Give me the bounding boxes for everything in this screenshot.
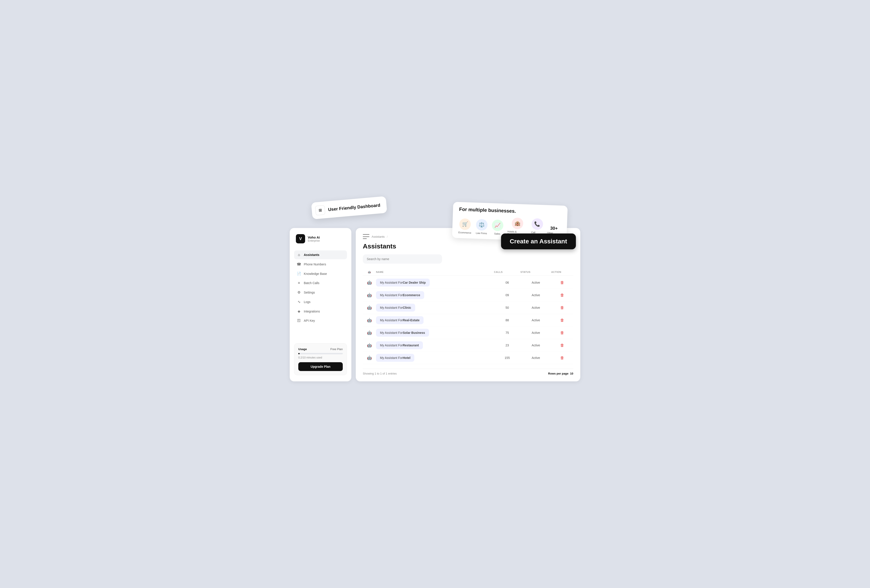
brand-name: Voho Ai	[308, 235, 320, 239]
col-header-calls: Calls	[494, 271, 520, 274]
ecommerce-icon: 🛒	[459, 218, 471, 230]
row-action-2: 🗑	[551, 293, 573, 298]
row-name-1[interactable]: My Assistant For Car Dealer Ship	[376, 278, 430, 287]
row-status-3: Active	[520, 306, 551, 310]
row-calls-6: 23	[494, 344, 520, 347]
row-status-6: Active	[520, 344, 551, 347]
rows-per-page-label: Rows per page	[548, 372, 568, 375]
row-name-bold-7: Hotel	[403, 356, 410, 360]
row-name-prefix-2: My Assistant For	[380, 293, 403, 297]
upgrade-plan-button[interactable]: Upgrade Plan	[298, 362, 343, 371]
phone-icon: ☎	[297, 262, 301, 266]
sidebar-item-settings[interactable]: ⚙ Settings	[294, 288, 347, 297]
sidebar-item-knowledge-base[interactable]: 📄 Knowledge Base	[294, 269, 347, 278]
row-action-3: 🗑	[551, 305, 573, 310]
document-icon: 📄	[297, 272, 301, 276]
ecommerce-label: Ecommerce	[458, 231, 471, 234]
row-name-prefix-7: My Assistant For	[380, 356, 403, 360]
table-row: 🤖 My Assistant For Solar Business 75 Act…	[363, 327, 573, 339]
row-icon-7: 🤖	[363, 356, 376, 360]
logs-icon: ∿	[297, 300, 301, 304]
hotels-icon: 🏨	[511, 217, 523, 229]
float-dashboard-card: ⊞ User Friendly Dashboard	[311, 196, 387, 219]
table-footer-text: Showing 1 to 1 of 1 entries	[363, 372, 397, 375]
row-name-bold-1: Car Dealer Ship	[403, 281, 426, 284]
row-name-6[interactable]: My Assistant For Restaurant	[376, 341, 423, 349]
col-header-action: Action	[551, 271, 573, 274]
delete-button-7[interactable]: 🗑	[560, 356, 564, 360]
brand-text: Voho Ai Enterprise	[308, 235, 320, 242]
sidebar-item-phone-numbers[interactable]: ☎ Phone Numbers	[294, 260, 347, 269]
toggle-line-2	[363, 236, 369, 237]
create-assistant-button[interactable]: Create an Assistant	[501, 234, 576, 249]
table-row: 🤖 My Assistant For Restaurant 23 Active …	[363, 339, 573, 352]
row-calls-1: 06	[494, 281, 520, 284]
list-icon: ≡	[297, 281, 301, 285]
delete-button-1[interactable]: 🗑	[560, 280, 564, 285]
usage-text: 0.2/10 minutes used	[298, 356, 343, 359]
brand-section: V Voho Ai Enterprise	[294, 234, 347, 243]
col-header-status: Status	[520, 271, 551, 274]
row-action-6: 🗑	[551, 343, 573, 348]
row-name-7[interactable]: My Assistant For Hotel	[376, 354, 414, 362]
gear-icon: ⚙	[297, 290, 301, 295]
breadcrumb-separator: /	[387, 235, 388, 238]
sidebar-item-logs[interactable]: ∿ Logs	[294, 297, 347, 306]
sidebar-item-batch-calls[interactable]: ≡ Batch Calls	[294, 278, 347, 287]
dashboard-title: User Friendly Dashboard	[328, 202, 380, 212]
breadcrumb-section: Assistants	[372, 235, 384, 238]
brand-icon: V	[296, 234, 305, 243]
row-action-7: 🗑	[551, 356, 573, 360]
table-row: 🤖 My Assistant For Ecommerce 09 Active 🗑	[363, 289, 573, 301]
delete-button-2[interactable]: 🗑	[560, 293, 564, 298]
delete-button-6[interactable]: 🗑	[560, 343, 564, 348]
col-header-icon: 🤖	[363, 271, 376, 274]
sidebar-toggle-button[interactable]	[363, 234, 369, 239]
sidebar-item-api-key-label: API Key	[304, 319, 315, 322]
row-status-7: Active	[520, 356, 551, 360]
delete-button-5[interactable]: 🗑	[560, 330, 564, 335]
sidebar-item-assistants[interactable]: ⌂ Assistants	[294, 250, 347, 259]
delete-button-3[interactable]: 🗑	[560, 305, 564, 310]
delete-button-4[interactable]: 🗑	[560, 318, 564, 323]
main-content: Assistants / Assistants 🤖 NAME Calls Sta…	[356, 228, 580, 381]
row-icon-6: 🤖	[363, 343, 376, 348]
row-name-prefix-5: My Assistant For	[380, 331, 403, 335]
usage-plan: Free Plan	[331, 347, 343, 351]
sidebar-item-assistants-label: Assistants	[304, 253, 319, 257]
rows-per-page-value: 10	[570, 372, 573, 375]
rows-per-page: Rows per page 10	[548, 372, 573, 375]
sidebar-nav: ⌂ Assistants ☎ Phone Numbers 📄 Knowledge…	[294, 250, 347, 326]
biz-icon-law: ⚖️ Law Firms	[476, 219, 488, 235]
biz-icon-ecommerce: 🛒 Ecommerce	[458, 218, 472, 234]
row-calls-4: 88	[494, 319, 520, 322]
table-header: 🤖 NAME Calls Status Action	[363, 269, 573, 275]
row-name-bold-3: Clinic	[403, 306, 411, 310]
row-icon-1: 🤖	[363, 280, 376, 285]
row-icon-5: 🤖	[363, 330, 376, 335]
row-name-5[interactable]: My Assistant For Solar Business	[376, 329, 429, 337]
row-name-2[interactable]: My Assistant For Ecommerce	[376, 291, 424, 299]
sidebar-item-api-key[interactable]: ⚿ API Key	[294, 316, 347, 325]
brand-plan: Enterprise	[308, 239, 320, 242]
dashboard-logo: ⊞	[315, 205, 326, 216]
sidebar-item-knowledge-base-label: Knowledge Base	[304, 272, 327, 275]
sidebar-item-logs-label: Logs	[304, 300, 310, 304]
row-name-3[interactable]: My Assistant For Clinic	[376, 304, 415, 312]
sidebar-item-phone-numbers-label: Phone Numbers	[304, 262, 326, 266]
toggle-line-3	[363, 238, 367, 239]
usage-header: Usage Free Plan	[298, 347, 343, 351]
row-name-4[interactable]: My Assistant For Real-Estate	[376, 316, 423, 324]
sales-label: Sales	[494, 232, 501, 235]
table-row: 🤖 My Assistant For Hotel 155 Active 🗑	[363, 352, 573, 364]
row-action-1: 🗑	[551, 280, 573, 285]
search-input[interactable]	[363, 255, 442, 263]
dashboard-logo-icon: ⊞	[318, 208, 322, 213]
row-icon-4: 🤖	[363, 318, 376, 323]
sidebar-item-settings-label: Settings	[304, 291, 315, 294]
sales-icon: 📈	[492, 219, 504, 231]
row-status-2: Active	[520, 293, 551, 297]
integrations-icon: ◈	[297, 309, 301, 313]
sidebar-item-integrations[interactable]: ◈ Integrations	[294, 307, 347, 316]
usage-bar-fill	[298, 353, 299, 354]
